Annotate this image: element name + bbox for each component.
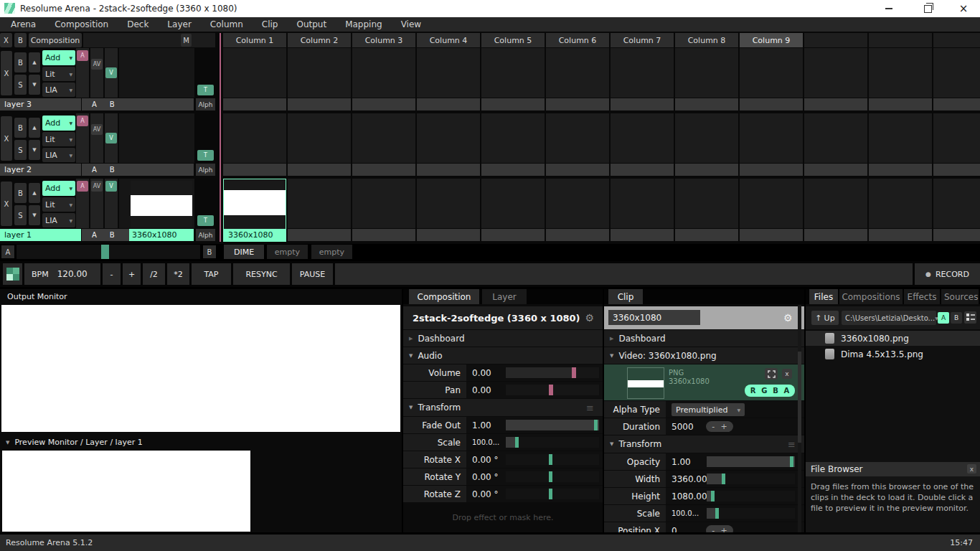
column-header[interactable]: Column 8	[675, 33, 738, 47]
slider-handle[interactable]	[711, 491, 715, 501]
layer-ab-cell[interactable]: AB	[82, 164, 129, 176]
clip-slot[interactable]	[804, 113, 867, 163]
layer-bypass-button[interactable]: B	[14, 52, 27, 72]
menu-lines-icon[interactable]: ≡	[788, 439, 796, 450]
clip-slot[interactable]	[611, 48, 674, 98]
deck-tab-empty-1[interactable]: empty	[267, 245, 308, 259]
clip-slot-label[interactable]	[675, 98, 738, 110]
column-header[interactable]: Column 5	[481, 33, 545, 47]
clip-slot[interactable]	[352, 48, 415, 98]
rgba-channel-toggle[interactable]: R G B A	[745, 385, 795, 397]
av-fader-track[interactable]	[90, 48, 103, 98]
rotate-z-slider[interactable]	[506, 489, 599, 499]
slider-handle[interactable]	[549, 454, 552, 465]
column-header[interactable]: Column 1	[223, 33, 286, 47]
clip-slot-label[interactable]	[546, 98, 609, 110]
layer-solo-button[interactable]: S	[14, 205, 27, 225]
blend-mode-dropdown[interactable]: Add▼	[42, 50, 75, 65]
tab-clip[interactable]: Clip	[608, 289, 643, 304]
clip-slot-label[interactable]	[675, 164, 738, 176]
clip-slot-label[interactable]	[933, 98, 980, 110]
column-header[interactable]: Column 3	[352, 33, 415, 47]
layer-down-button[interactable]: ▼	[29, 205, 40, 225]
column-header[interactable]: Column 4	[417, 33, 480, 47]
menu-lines-icon[interactable]: ≡	[586, 402, 594, 413]
height-slider[interactable]	[707, 491, 795, 501]
clip-slot-label[interactable]	[611, 164, 674, 176]
slider-handle[interactable]	[715, 508, 719, 519]
clip-slot[interactable]	[288, 48, 351, 98]
deck-tab-dime[interactable]: DIME	[224, 245, 264, 259]
clip-slot[interactable]	[933, 48, 980, 98]
clip-slot-label[interactable]	[740, 98, 803, 110]
view-mode-icon[interactable]	[964, 311, 976, 324]
clip-slot[interactable]	[675, 48, 738, 98]
clip-slot-label[interactable]	[804, 98, 867, 110]
bpm-plus-button[interactable]: +	[123, 263, 141, 285]
deck-b-toggle[interactable]: B	[951, 312, 962, 324]
clip-slot-label[interactable]	[546, 164, 609, 176]
fader-mode-dropdown[interactable]: LIA▼	[42, 213, 75, 227]
pan-slider[interactable]	[506, 385, 599, 395]
clip-slot[interactable]	[933, 113, 980, 163]
volume-slider[interactable]	[506, 367, 599, 378]
gear-icon[interactable]: ⚙	[585, 312, 594, 324]
blend-mode-dropdown[interactable]: Add▼	[42, 181, 75, 196]
layer-ab-cell[interactable]: AB	[82, 229, 129, 241]
layer-solo-button[interactable]: S	[14, 75, 27, 95]
fullscreen-icon[interactable]	[765, 368, 778, 380]
deck-x-button[interactable]: X	[0, 33, 12, 47]
layer-solo-button[interactable]: S	[14, 140, 27, 160]
clip-slot[interactable]	[223, 48, 286, 98]
layer-up-button[interactable]: ▲	[29, 118, 40, 138]
layer-preview-thumbnail[interactable]	[131, 181, 192, 227]
clip-slot-label[interactable]	[352, 98, 415, 110]
transition-button[interactable]: T	[197, 85, 214, 95]
layer-down-button[interactable]: ▼	[29, 75, 40, 95]
clip-slot-label[interactable]	[740, 164, 803, 176]
tab-compositions[interactable]: Compositions	[839, 289, 903, 304]
clip-slot-label[interactable]	[352, 164, 415, 176]
clip-slot-label[interactable]	[481, 164, 545, 176]
clip-slot[interactable]	[740, 113, 803, 163]
clip-slot-label[interactable]	[869, 164, 932, 176]
audio-fader-handle[interactable]: A	[77, 50, 88, 61]
clip-slot-label[interactable]	[611, 229, 674, 241]
opacity-slider[interactable]	[707, 456, 795, 467]
record-button[interactable]: ● RECORD	[915, 263, 980, 285]
clip-slot-label[interactable]	[869, 98, 932, 110]
clip-slot[interactable]	[481, 48, 545, 98]
clip-slot-label[interactable]	[481, 229, 545, 241]
alpha-blend-label[interactable]: Alph	[196, 164, 215, 176]
clip-slot[interactable]	[804, 179, 867, 228]
clip-slot-label[interactable]	[288, 98, 351, 110]
channel-a[interactable]: A	[783, 387, 789, 395]
av-fader-handle[interactable]: AV	[91, 59, 103, 70]
clip-slot[interactable]	[804, 48, 867, 98]
up-directory-button[interactable]: ↑Up	[811, 311, 839, 325]
clip-slot[interactable]	[611, 113, 674, 163]
deck-b-button[interactable]: B	[14, 33, 27, 47]
layer-bypass-button[interactable]: B	[14, 118, 27, 138]
section-dashboard[interactable]: ▶Dashboard	[604, 330, 804, 347]
clip-slot[interactable]	[546, 48, 609, 98]
audio-fader-handle[interactable]: A	[77, 181, 88, 192]
transition-button[interactable]: T	[197, 215, 214, 226]
section-dashboard[interactable]: ▶Dashboard	[403, 330, 603, 347]
crossfader-handle[interactable]	[101, 245, 109, 259]
clip-slot[interactable]	[675, 113, 738, 163]
layer-up-button[interactable]: ▲	[29, 52, 40, 72]
section-transform[interactable]: ▼Transform≡	[604, 435, 804, 453]
clear-clip-button[interactable]: x	[782, 369, 792, 379]
autopilot-dropdown[interactable]: Lit▼	[42, 197, 75, 212]
clip-slot[interactable]	[675, 179, 738, 228]
alpha-blend-label[interactable]: Alph	[196, 98, 215, 110]
clip-slot-label[interactable]	[546, 229, 609, 241]
video-fader-handle[interactable]: V	[105, 133, 117, 143]
column-header[interactable]: Column 9	[740, 33, 803, 47]
preview-monitor-header[interactable]: ▼ Preview Monitor / Layer / layer 1	[0, 435, 402, 450]
close-icon[interactable]: x	[967, 464, 976, 474]
clip-slot[interactable]	[869, 179, 932, 228]
clip-slot-label[interactable]	[933, 164, 980, 176]
crossfader-track[interactable]	[17, 245, 200, 259]
